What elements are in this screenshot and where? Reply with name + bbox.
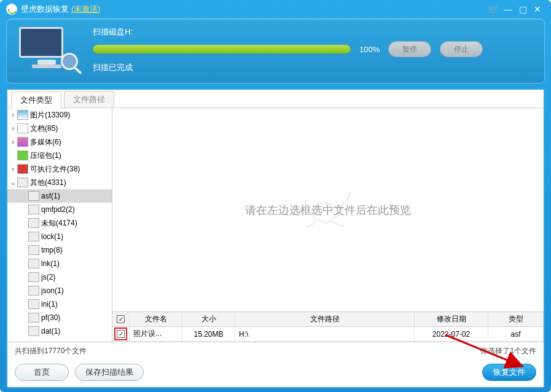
cell-date: 2022-07-02	[415, 327, 488, 341]
tree-label: js(2)	[41, 273, 55, 281]
gen-icon	[28, 286, 39, 296]
tab-file-path[interactable]: 文件路径	[64, 91, 114, 108]
scan-progress-bar	[93, 45, 351, 53]
tabs-row: 文件类型 文件路径	[7, 90, 544, 108]
cell-size: 15.20MB	[182, 327, 235, 341]
tree-label: 未知(4174)	[41, 218, 77, 229]
cart-icon[interactable]: 🛒	[486, 4, 501, 15]
cell-path: H:\	[235, 327, 415, 341]
gen-icon	[28, 326, 39, 336]
gen-icon	[28, 232, 39, 241]
gecko-watermark-icon	[300, 189, 356, 232]
tree-label: 多媒体(6)	[30, 137, 61, 147]
tree-node[interactable]: ›多媒体(6)	[7, 135, 112, 149]
gen-icon	[28, 245, 39, 255]
col-size[interactable]: 大小	[182, 312, 235, 326]
tree-label: 压缩包(1)	[30, 151, 61, 161]
tree-label: lnk(1)	[41, 259, 60, 268]
col-date[interactable]: 修改日期	[415, 312, 488, 326]
tree-node[interactable]: ›可执行文件(38)	[7, 162, 112, 176]
cell-name: 照片误...	[130, 327, 182, 341]
status-selected: 你选择了1个文件	[480, 346, 536, 356]
save-result-button[interactable]: 保存扫描结果	[75, 364, 144, 381]
gen-icon	[28, 191, 39, 201]
tree-label: qmfpd2(2)	[41, 205, 75, 214]
scan-percent: 100%	[359, 45, 380, 54]
tab-file-type[interactable]: 文件类型	[11, 92, 61, 108]
gen-icon	[28, 259, 39, 269]
monitor-scan-icon	[19, 27, 74, 73]
tree-node[interactable]: pf(30)	[7, 311, 112, 324]
tree-label: 可执行文件(38)	[30, 164, 80, 174]
pic-icon	[17, 110, 28, 120]
gen-icon	[17, 178, 28, 187]
tree-label: lock(1)	[41, 232, 63, 241]
category-tree[interactable]: ›图片(13309)›文档(85)›多媒体(6)压缩包(1)›可执行文件(38)…	[7, 108, 112, 342]
maximize-icon[interactable]: ▢	[515, 4, 530, 15]
scan-done-label: 扫描已完成	[93, 62, 532, 73]
tree-node[interactable]: js(2)	[7, 270, 112, 284]
pause-button[interactable]: 暂停	[388, 41, 431, 57]
gen-icon	[28, 205, 39, 214]
tree-node[interactable]: ›图片(13309)	[7, 108, 112, 122]
file-table: 文件名 大小 文件路径 修改日期 类型 照片误... 15.20MB H:\ 2…	[112, 312, 544, 342]
tree-label: 文档(85)	[30, 123, 58, 134]
tree-node[interactable]: 未知(4174)	[7, 216, 112, 230]
app-logo-icon	[6, 4, 17, 15]
tree-node[interactable]: json(1)	[7, 284, 112, 297]
expander-icon[interactable]: ›	[9, 111, 17, 119]
home-button[interactable]: 首页	[15, 364, 69, 381]
table-header: 文件名 大小 文件路径 修改日期 类型	[112, 312, 544, 327]
tree-label: 其他(4331)	[30, 178, 66, 188]
tree-node[interactable]: ›文档(85)	[7, 122, 112, 135]
tree-node[interactable]: 压缩包(1)	[7, 149, 112, 162]
scan-disk-label: 扫描磁盘H:	[93, 26, 532, 37]
tree-node[interactable]: lock(1)	[7, 230, 112, 243]
expander-icon[interactable]: ›	[9, 138, 17, 146]
tree-label: json(1)	[41, 286, 64, 295]
gen-icon	[28, 299, 39, 309]
tree-node[interactable]: dat(1)	[7, 324, 112, 338]
tree-node[interactable]: tmp(8)	[7, 243, 112, 257]
app-title: 壁虎数据恢复	[21, 4, 69, 15]
close-icon[interactable]: ✕	[530, 4, 545, 15]
expander-icon[interactable]: ›	[9, 124, 17, 133]
col-path[interactable]: 文件路径	[235, 312, 415, 326]
tree-label: asf(1)	[41, 192, 60, 200]
expander-icon[interactable]: ⌄	[9, 178, 17, 187]
recover-button[interactable]: 恢复文件	[482, 364, 536, 381]
titlebar: 壁虎数据恢复 (未激活) 🛒 — ▢ ✕	[0, 0, 551, 18]
header-checkbox[interactable]	[117, 315, 125, 323]
preview-area: 请在左边选框选中文件后在此预览	[112, 108, 544, 312]
tree-node[interactable]: ini(1)	[7, 297, 112, 311]
table-row[interactable]: 照片误... 15.20MB H:\ 2022-07-02 asf	[112, 327, 544, 342]
cell-type: asf	[488, 327, 544, 341]
scan-panel: 扫描磁盘H: 100% 暂停 停止 扫描已完成	[6, 18, 545, 84]
tree-label: pf(30)	[41, 313, 60, 322]
tree-node[interactable]: ⌄其他(4331)	[7, 176, 112, 189]
zip-icon	[17, 151, 28, 160]
minimize-icon[interactable]: —	[501, 4, 515, 15]
col-name[interactable]: 文件名	[130, 312, 182, 326]
tree-node[interactable]: asf(1)	[7, 189, 112, 203]
status-scanned: 共扫描到17770个文件	[15, 346, 87, 356]
doc-icon	[17, 123, 28, 133]
media-icon	[17, 137, 28, 147]
exe-icon	[17, 164, 28, 174]
tree-node[interactable]: qmfpd2(2)	[7, 203, 112, 216]
tree-label: 图片(13309)	[30, 110, 70, 120]
tree-label: ini(1)	[41, 300, 58, 308]
tree-label: tmp(8)	[41, 246, 63, 254]
col-type[interactable]: 类型	[488, 312, 544, 326]
activation-link[interactable]: (未激活)	[71, 4, 101, 15]
tree-label: dat(1)	[41, 327, 60, 335]
tree-node[interactable]: lnk(1)	[7, 257, 112, 270]
gen-icon	[28, 313, 39, 323]
gen-icon	[28, 218, 39, 228]
footer: 共扫描到17770个文件 你选择了1个文件 首页 保存扫描结果 恢复文件	[7, 342, 544, 387]
gen-icon	[28, 272, 39, 282]
stop-button[interactable]: 停止	[440, 41, 483, 57]
row-checkbox[interactable]	[117, 330, 125, 338]
expander-icon[interactable]: ›	[9, 165, 17, 173]
